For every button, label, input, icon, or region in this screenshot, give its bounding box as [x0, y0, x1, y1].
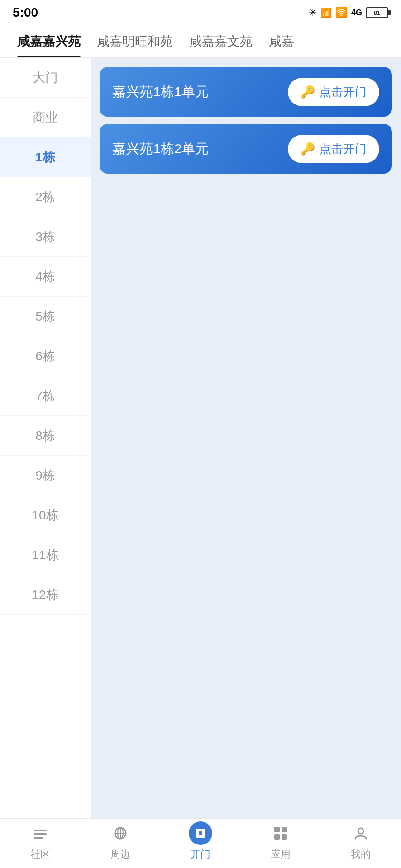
status-bar: 5:00 ✳ 📶 🛜 4G 81	[0, 0, 401, 25]
sidebar-item-building12[interactable]: 12栋	[0, 575, 91, 615]
door-card-unit1-title: 嘉兴苑1栋1单元	[112, 83, 209, 101]
nav-item-mine[interactable]: 我的	[321, 821, 401, 861]
sidebar-item-building6[interactable]: 6栋	[0, 336, 91, 376]
sidebar-item-building8[interactable]: 8栋	[0, 416, 91, 456]
open-door-unit2-button[interactable]: 🔑 点击开门	[288, 135, 379, 163]
sidebar: 大门 商业 1栋 2栋 3栋 4栋 5栋 6栋 7栋 8栋 9栋 10栋 11栋…	[0, 58, 91, 818]
mine-icon	[349, 821, 372, 845]
wifi-icon: 🛜	[335, 7, 348, 19]
main-content: 大门 商业 1栋 2栋 3栋 4栋 5栋 6栋 7栋 8栋 9栋 10栋 11栋…	[0, 58, 401, 818]
key-icon-2: 🔑	[301, 142, 315, 156]
opendoor-icon	[189, 821, 212, 845]
sidebar-item-building11[interactable]: 11栋	[0, 535, 91, 575]
battery-icon: 81	[366, 7, 388, 18]
nav-label-opendoor: 开门	[191, 848, 210, 861]
sidebar-item-building2[interactable]: 2栋	[0, 177, 91, 217]
community-icon	[29, 821, 52, 845]
sidebar-item-building9[interactable]: 9栋	[0, 456, 91, 495]
svg-rect-2	[34, 837, 43, 839]
svg-rect-12	[282, 834, 287, 840]
network-icon: 4G	[351, 8, 362, 18]
door-card-unit2-title: 嘉兴苑1栋2单元	[112, 140, 209, 158]
key-icon: 🔑	[301, 85, 315, 99]
nav-item-nearby[interactable]: 周边	[80, 821, 160, 861]
nav-label-community: 社区	[30, 848, 50, 861]
sidebar-item-gate[interactable]: 大门	[0, 58, 91, 98]
tab-mingwangheyuan[interactable]: 咸嘉明旺和苑	[89, 33, 181, 57]
nav-item-community[interactable]: 社区	[0, 821, 80, 861]
svg-rect-11	[274, 834, 280, 840]
signal-icon: 📶	[320, 7, 332, 18]
nearby-icon	[109, 821, 132, 845]
door-card-unit1: 嘉兴苑1栋1单元 🔑 点击开门	[100, 67, 392, 117]
svg-rect-9	[274, 827, 280, 832]
status-icons: ✳ 📶 🛜 4G 81	[309, 7, 388, 19]
top-tabs: 咸嘉嘉兴苑 咸嘉明旺和苑 咸嘉嘉文苑 咸嘉	[0, 25, 401, 58]
nav-label-apps: 应用	[271, 848, 291, 861]
svg-rect-1	[34, 833, 47, 835]
open-door-unit2-label: 点击开门	[320, 141, 367, 157]
open-door-unit1-label: 点击开门	[320, 84, 367, 100]
sidebar-item-commercial[interactable]: 商业	[0, 98, 91, 137]
tab-jiaxingyuan[interactable]: 咸嘉嘉兴苑	[9, 33, 89, 57]
nav-label-mine: 我的	[351, 848, 371, 861]
sidebar-item-building1[interactable]: 1栋	[0, 137, 91, 177]
bluetooth-icon: ✳	[309, 7, 317, 19]
nav-item-opendoor[interactable]: 开门	[160, 821, 240, 861]
nav-label-nearby: 周边	[110, 848, 130, 861]
sidebar-item-building10[interactable]: 10栋	[0, 495, 91, 535]
tab-xianjia[interactable]: 咸嘉	[261, 33, 302, 57]
svg-point-13	[358, 828, 363, 834]
open-door-unit1-button[interactable]: 🔑 点击开门	[288, 78, 379, 106]
sidebar-item-building7[interactable]: 7栋	[0, 376, 91, 416]
status-time: 5:00	[13, 5, 38, 20]
door-card-unit2: 嘉兴苑1栋2单元 🔑 点击开门	[100, 124, 392, 174]
apps-icon	[269, 821, 292, 845]
svg-rect-0	[34, 830, 47, 831]
sidebar-item-building3[interactable]: 3栋	[0, 217, 91, 257]
tab-jiawenyuan[interactable]: 咸嘉嘉文苑	[181, 33, 261, 57]
svg-rect-8	[199, 831, 202, 835]
svg-rect-10	[282, 827, 287, 832]
sidebar-item-building4[interactable]: 4栋	[0, 257, 91, 297]
bottom-nav: 社区 周边 开门	[0, 818, 401, 868]
sidebar-item-building5[interactable]: 5栋	[0, 297, 91, 336]
nav-item-apps[interactable]: 应用	[241, 821, 321, 861]
content-area: 嘉兴苑1栋1单元 🔑 点击开门 嘉兴苑1栋2单元 🔑 点击开门	[91, 58, 401, 818]
